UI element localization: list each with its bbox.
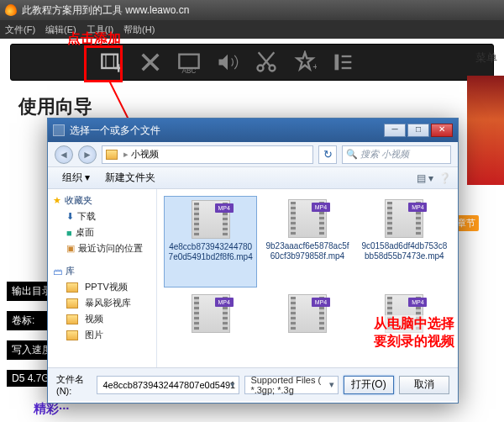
folder-icon — [106, 150, 118, 160]
folder-icon — [66, 330, 78, 340]
tree-recent[interactable]: ▣最近访问的位置 — [48, 240, 156, 256]
tree-desktop[interactable]: ■桌面 — [48, 224, 156, 240]
file-item[interactable]: MP49c0158ad6df4db753c8bb58d55b7473e.mp4 — [358, 196, 451, 287]
filename-input[interactable]: 4e8ccb8739432447807e0d5491 — [97, 376, 239, 394]
tree-pictures[interactable]: 图片 — [48, 327, 156, 343]
refresh-button[interactable]: ↻ — [318, 145, 337, 164]
address-bar-row: ◄ ► ▸ 小视频 ↻ 🔍 搜索 小视频 — [48, 142, 458, 167]
svg-text:ABC: ABC — [182, 67, 197, 74]
folder-icon — [66, 314, 78, 324]
maximize-button[interactable]: □ — [407, 124, 429, 137]
file-item[interactable]: MP44e8ccb8739432447807e0d5491bd2f8f6.mp4 — [164, 196, 257, 287]
svg-text:+: + — [312, 61, 317, 71]
annotation-highlight-box — [84, 45, 123, 82]
subtitle-icon[interactable]: ABC — [177, 50, 201, 74]
search-placeholder: 搜索 小视频 — [360, 148, 409, 161]
file-item[interactable]: MP4 — [164, 291, 257, 361]
close-icon[interactable] — [139, 50, 162, 74]
file-open-dialog: 选择一个或多个文件 ─ □ ✕ ◄ ► ▸ 小视频 ↻ 🔍 搜索 小视频 组织 … — [47, 118, 459, 404]
menu-file[interactable]: 文件(F) — [5, 24, 35, 36]
tree-downloads[interactable]: ⬇下载 — [48, 208, 156, 224]
tree-videos[interactable]: 视频 — [48, 311, 156, 327]
chapter-icon[interactable] — [332, 50, 355, 74]
app-title: 此教程方案用到的工具 www.leawo.cn — [22, 3, 189, 18]
dialog-titlebar[interactable]: 选择一个或多个文件 ─ □ ✕ — [48, 119, 458, 142]
desktop-icon: ■ — [66, 228, 72, 238]
svg-rect-3 — [179, 55, 198, 68]
download-icon: ⬇ — [66, 211, 74, 222]
search-input[interactable]: 🔍 搜索 小视频 — [342, 145, 451, 164]
breadcrumb[interactable]: ▸ 小视频 — [102, 145, 313, 164]
page-heading: 使用向导 — [18, 94, 92, 119]
star-icon: ★ — [53, 195, 61, 206]
app-icon — [5, 4, 17, 16]
audio-icon[interactable] — [216, 50, 239, 74]
dialog-toolbar: 组织 ▾ 新建文件夹 ▤ ▾ ❔ — [48, 167, 458, 189]
template-thumbnail[interactable] — [467, 76, 504, 185]
annotation-add-label: 点击添加 — [67, 30, 121, 48]
close-button[interactable]: ✕ — [431, 124, 453, 137]
filename-label: 文件名(N): — [56, 373, 92, 396]
library-icon: 🗃 — [53, 266, 62, 277]
nav-tree: ★收藏夹 ⬇下载 ■桌面 ▣最近访问的位置 🗃库 PPTV视频 暴风影视库 视频… — [48, 189, 157, 367]
open-button[interactable]: 打开(O) — [344, 376, 394, 394]
dialog-title: 选择一个或多个文件 — [70, 124, 160, 138]
minimize-button[interactable]: ─ — [384, 124, 406, 137]
tree-baofeng[interactable]: 暴风影视库 — [48, 295, 156, 311]
view-mode-button[interactable]: ▤ ▾ — [417, 172, 433, 184]
new-folder-button[interactable]: 新建文件夹 — [97, 168, 163, 187]
folder-icon — [66, 298, 78, 309]
organize-button[interactable]: 组织 ▾ — [55, 168, 97, 187]
svg-rect-8 — [335, 55, 339, 71]
file-item[interactable]: MP49b23aaacf6e5878ac5f60cf3b979858f.mp4 — [260, 196, 354, 287]
file-item[interactable]: MP4 — [260, 291, 354, 361]
folder-icon — [66, 282, 78, 293]
menu-help[interactable]: 帮助(H) — [123, 24, 155, 36]
help-icon[interactable]: ❔ — [438, 172, 451, 184]
effect-icon[interactable]: + — [293, 50, 317, 74]
back-button[interactable]: ◄ — [55, 145, 73, 164]
recent-icon: ▣ — [66, 243, 75, 254]
dialog-icon — [53, 124, 65, 136]
dialog-footer: 文件名(N): 4e8ccb8739432447807e0d5491 Suppo… — [48, 367, 458, 401]
tree-favorites[interactable]: ★收藏夹 — [48, 193, 156, 208]
cancel-button[interactable]: 取消 — [399, 376, 449, 394]
forward-button[interactable]: ► — [78, 145, 97, 164]
app-titlebar: 此教程方案用到的工具 www.leawo.cn — [0, 0, 504, 20]
side-menu-label[interactable]: 菜单 — [475, 50, 497, 66]
filetype-select[interactable]: Supported Files ( *.3gp; *.3g — [244, 376, 339, 394]
tree-pptv[interactable]: PPTV视频 — [48, 279, 156, 295]
search-icon: 🔍 — [346, 149, 358, 160]
file-list: 从电脑中选择要刻录的视频 MP44e8ccb8739432447807e0d54… — [157, 189, 458, 367]
annotation-select-label: 从电脑中选择要刻录的视频 — [374, 315, 458, 351]
cut-icon[interactable] — [255, 50, 278, 74]
breadcrumb-current[interactable]: 小视频 — [131, 148, 159, 161]
tree-libraries[interactable]: 🗃库 — [48, 263, 156, 279]
main-toolbar: ABC + — [10, 44, 494, 81]
